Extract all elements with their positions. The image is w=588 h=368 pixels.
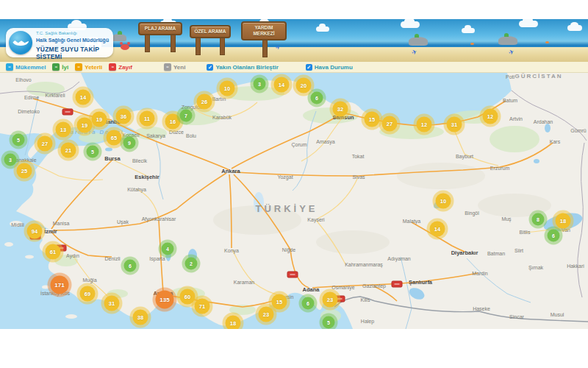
fish-icon [545, 41, 549, 43]
cloud-icon [401, 21, 420, 28]
cluster-marker[interactable]: 60 [180, 289, 196, 305]
beach-header-banner: ✈ ✈ ✈ T.C. Sağlık Bakanlığı Halk Sağlığı… [0, 19, 588, 62]
city-label: Sakarya [146, 133, 165, 138]
cluster-marker[interactable]: 135 [156, 291, 174, 309]
cluster-marker[interactable]: 31 [104, 296, 120, 311]
cluster-marker[interactable]: 9 [123, 137, 136, 149]
cluster-marker[interactable]: 5 [87, 146, 99, 158]
legend-label: Zayıf [118, 64, 132, 71]
toggle-cluster-nearby[interactable]: ✓ Yakın Olanları Birleştir [207, 64, 278, 71]
legend-item-sufficient: ≈ Yeterli [75, 63, 102, 71]
legend-label: Yeterli [85, 64, 102, 71]
city-label: Aydın [66, 253, 79, 258]
cluster-marker[interactable]: 26 [197, 94, 212, 110]
cluster-marker[interactable]: 5 [323, 316, 335, 329]
cluster-marker[interactable]: 4 [162, 243, 174, 255]
city-label: Kütahya [127, 187, 146, 192]
city-label: Edirne [24, 95, 39, 100]
cluster-marker[interactable]: 171 [51, 276, 69, 294]
cluster-marker[interactable]: 6 [548, 230, 560, 242]
sign-plaj-arama[interactable]: PLAJ ARAMA [138, 22, 182, 35]
cluster-marker[interactable]: 12 [417, 117, 432, 132]
sign-leg [171, 35, 176, 52]
toggle-weather[interactable]: ✓ Hava Durumu [306, 64, 353, 71]
checkbox-checked-icon[interactable]: ✓ [306, 64, 312, 71]
cluster-marker[interactable]: 8 [532, 213, 545, 226]
cluster-marker[interactable]: 20 [296, 78, 312, 93]
city-label: Bursa [104, 155, 120, 162]
cluster-marker[interactable]: 23 [259, 307, 274, 322]
city-label: Dimetoko [18, 109, 40, 114]
island-rock-icon [498, 36, 517, 45]
cluster-marker[interactable]: 38 [133, 310, 148, 325]
sign-board: ÖZEL ARAMA [190, 25, 231, 38]
app-logo[interactable]: T.C. Sağlık Bakanlığı Halk Sağlığı Genel… [6, 28, 113, 57]
cluster-marker[interactable]: 21 [61, 143, 76, 158]
map-canvas[interactable]: ElhovoEdirneKırklareliDimetokoİstanbulKo… [0, 73, 588, 329]
sign-ozel-arama[interactable]: ÖZEL ARAMA [190, 25, 231, 38]
cluster-marker[interactable]: 5 [12, 134, 25, 146]
city-label: Elhovo [15, 77, 31, 82]
city-label: Amasya [316, 139, 334, 144]
cluster-marker[interactable]: 15 [365, 112, 380, 127]
cluster-marker[interactable]: 69 [80, 286, 96, 302]
city-label: Karaman [234, 280, 254, 285]
cluster-marker[interactable]: 94 [27, 224, 43, 239]
city-label: Adıyaman [387, 256, 411, 261]
cluster-marker[interactable]: 32 [333, 102, 348, 117]
cluster-marker[interactable]: 10 [220, 81, 235, 96]
cluster-marker[interactable]: 16 [165, 114, 181, 130]
cluster-marker[interactable]: 36 [116, 109, 132, 124]
city-label: Batum [503, 98, 517, 103]
cluster-marker[interactable]: 15 [272, 294, 287, 310]
cloud-icon [567, 25, 582, 31]
cluster-marker[interactable]: 19 [92, 112, 107, 127]
city-label: Ankara [221, 168, 240, 174]
ministry-label: T.C. Sağlık Bakanlığı [36, 31, 77, 35]
country-label: GÜRCİSTAN [515, 73, 563, 79]
page-title: YÜZME SUYU TAKİP SİSTEMİ [36, 46, 113, 60]
city-label: Sivas [352, 174, 365, 180]
cluster-marker[interactable]: 19 [77, 118, 93, 133]
cluster-marker[interactable]: 3 [254, 78, 266, 91]
cluster-marker[interactable]: 61 [46, 244, 61, 260]
island-rock-icon [409, 37, 428, 46]
cluster-marker[interactable]: 6 [311, 92, 323, 105]
city-label: Ardahan [534, 119, 553, 124]
cluster-marker[interactable]: 31 [447, 117, 462, 132]
legend-item-excellent: ≈ Mükemmel [6, 63, 46, 71]
cluster-marker[interactable]: 14 [76, 90, 91, 105]
cluster-marker[interactable]: 18 [226, 316, 241, 330]
city-label: Bolu [186, 133, 196, 138]
app-window: ✈ ✈ ✈ T.C. Sağlık Bakanlığı Halk Sağlığı… [0, 0, 588, 368]
cluster-marker[interactable]: 25 [17, 163, 32, 179]
cluster-marker[interactable]: 13 [56, 122, 71, 138]
cluster-marker[interactable]: 71 [195, 299, 210, 314]
cluster-marker[interactable]: 3 [4, 154, 17, 166]
checkbox-checked-icon[interactable]: ✓ [207, 64, 213, 71]
cluster-marker[interactable]: 27 [382, 116, 398, 132]
cluster-marker[interactable]: 14 [430, 222, 445, 237]
cluster-marker[interactable]: 12 [483, 109, 498, 124]
cluster-marker[interactable]: 6 [302, 297, 315, 310]
city-label: Çorum [291, 142, 306, 147]
cluster-marker[interactable]: 14 [274, 77, 290, 93]
cluster-marker[interactable]: 2 [185, 258, 198, 270]
city-label: Diyarbakır [451, 250, 478, 256]
cluster-marker[interactable]: 18 [556, 213, 571, 229]
cluster-marker[interactable]: 10 [436, 194, 451, 209]
city-label: Gaziantep [362, 283, 386, 289]
cluster-marker[interactable]: 23 [323, 292, 338, 308]
cluster-marker[interactable]: 65 [107, 130, 122, 146]
city-label: Şırnak [528, 265, 543, 270]
city-label: Yozgat [277, 174, 293, 180]
city-label: Bayburt [456, 154, 473, 159]
sign-yardim-merkezi[interactable]: YARDIM MERKEZİ [241, 21, 287, 40]
cluster-marker[interactable]: 11 [140, 111, 155, 127]
toggle-label: Yakın Olanları Birleştir [215, 64, 278, 71]
cluster-marker[interactable]: 7 [180, 110, 193, 122]
cluster-marker[interactable]: 27 [37, 136, 53, 152]
road-shield-icon [287, 272, 298, 278]
city-label: Kayseri [307, 217, 324, 222]
cluster-marker[interactable]: 6 [124, 260, 137, 272]
